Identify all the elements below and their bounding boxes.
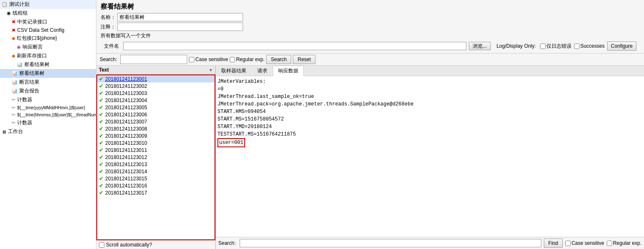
item-text: 201801241123007	[105, 119, 147, 125]
search-label: Search:	[100, 56, 117, 62]
bottom-case-sensitive-label[interactable]: Case sensitive	[565, 240, 604, 246]
page-title: 察看结果树	[101, 3, 640, 11]
search-button[interactable]: Search	[266, 55, 291, 64]
bottom-search-input[interactable]	[240, 239, 541, 247]
bottom-regular-exp-checkbox[interactable]	[607, 241, 612, 246]
tree-item-test-plan[interactable]: 📋 测试计划	[0, 0, 96, 9]
result-tree-panel: Text ▼ ✔201801241123001✔201801241123002✔…	[96, 66, 216, 249]
assert-icon: ◉	[17, 44, 21, 50]
result-item[interactable]: ✔201801241123015	[97, 175, 215, 182]
scroll-auto-checkbox[interactable]	[99, 242, 104, 248]
bottom-search-row: Search: Find Case sensitive Regular exp.	[216, 237, 644, 249]
workbench-icon: 🖥	[2, 129, 6, 134]
test-plan-icon: 📋	[2, 2, 8, 7]
tree-item-aggregate[interactable]: 📊 聚合报告	[0, 87, 96, 95]
tree-item-workbench[interactable]: 🖥 工作台	[0, 127, 96, 136]
divider-arrow[interactable]: ▼	[209, 68, 213, 72]
successes-checkbox[interactable]	[574, 44, 579, 49]
result-item[interactable]: ✔201801241123016	[97, 182, 215, 189]
result-item[interactable]: ✔201801241123002	[97, 82, 215, 90]
reset-button[interactable]: Reset	[293, 55, 315, 64]
check-icon: ✔	[99, 97, 103, 103]
tab-response-data[interactable]: 响应数据	[273, 66, 304, 76]
tree-item-time-var1[interactable]: ✏ ${__time(yyyyMMddHHmm,)}${user}	[0, 104, 96, 111]
result-item[interactable]: ✔201801241123009	[97, 132, 215, 139]
result-item[interactable]: ✔201801241123013	[97, 161, 215, 168]
db-icon: ◆	[12, 53, 15, 59]
tab-sampler-result[interactable]: 取样器结果	[216, 66, 252, 76]
tree-item-label: 刷新库存接口	[17, 52, 47, 59]
result-item[interactable]: ✔201801241123017	[97, 189, 215, 196]
result-item[interactable]: ✔201801241123004	[97, 97, 215, 104]
result-item[interactable]: ✔201801241123012	[97, 154, 215, 161]
tree-item-thread-group[interactable]: ◉ 线程组	[0, 9, 96, 18]
tree-item-red-envelope[interactable]: ◆ 红包接口${phone}	[0, 34, 96, 43]
item-text: 201801241123001	[105, 76, 147, 82]
tree-item-record-interface[interactable]: ✖ 中奖记录接口	[0, 18, 96, 26]
tree-item-label: 察看结果树	[24, 61, 49, 68]
tree-item-label: ${__time(yyyyMMddHHmm,)}${user}	[17, 105, 85, 110]
detail-line: START.MS=1516758054572	[217, 116, 642, 123]
check-icon: ✔	[99, 190, 103, 196]
detail-line: START.HMS=094054	[217, 108, 642, 116]
browse-button[interactable]: 浏览...	[469, 42, 491, 50]
left-tree-panel: 📋 测试计划 ◉ 线程组 ✖ 中奖记录接口 ✖ CSV Data Set Con…	[0, 0, 96, 249]
name-input[interactable]	[117, 13, 243, 21]
tree-item-db-interface[interactable]: ◆ 刷新库存接口	[0, 51, 96, 60]
result-item[interactable]: ✔201801241123001	[97, 75, 215, 82]
item-text: 201801241123010	[105, 140, 147, 146]
tree-item-label: 中奖记录接口	[17, 18, 47, 26]
configure-button[interactable]: Configure	[607, 41, 636, 51]
item-text: 201801241123012	[105, 154, 147, 160]
case-sensitive-checkbox[interactable]	[189, 57, 194, 62]
result-item[interactable]: ✔201801241123011	[97, 146, 215, 154]
search-bar-row: Search: Case sensitive Regular exp. Sear…	[96, 54, 644, 66]
tab-request[interactable]: 请求	[252, 66, 273, 76]
check-icon: ✔	[99, 168, 103, 175]
tree-item-result-tree2[interactable]: 📊 察看结果树	[0, 69, 96, 78]
tree-item-csv-data[interactable]: ✖ CSV Data Set Config	[0, 26, 96, 34]
result-item[interactable]: ✔201801241123007	[97, 118, 215, 125]
tree-item-result-tree1[interactable]: 📊 察看结果树	[0, 60, 96, 69]
detail-panel: 取样器结果 请求 响应数据 JMeterVariables:=0JMeterTh…	[216, 66, 644, 249]
file-name-input[interactable]	[123, 42, 466, 50]
regular-exp-checkbox[interactable]	[230, 57, 235, 62]
find-button[interactable]: Find	[544, 239, 563, 248]
result-item[interactable]: ✔201801241123008	[97, 125, 215, 132]
result-item[interactable]: ✔201801241123005	[97, 104, 215, 111]
result-item[interactable]: ✔201801241123014	[97, 168, 215, 175]
tree-item-response-assert[interactable]: ◉ 响应断言	[0, 43, 96, 51]
search-input[interactable]	[120, 55, 187, 64]
successes-checkbox-label[interactable]: Successes	[574, 43, 605, 49]
result-item[interactable]: ✔201801241123006	[97, 111, 215, 118]
assert-result-icon: 📊	[12, 80, 18, 85]
check-icon: ✔	[99, 147, 103, 153]
tabs-row: 取样器结果 请求 响应数据	[216, 66, 644, 76]
detail-line: =0	[217, 85, 642, 93]
result-item[interactable]: ✔201801241123003	[97, 90, 215, 97]
regular-exp-label[interactable]: Regular exp.	[230, 56, 264, 62]
item-text: 201801241123006	[105, 112, 147, 118]
check-icon: ✔	[99, 111, 103, 118]
error-only-checkbox[interactable]	[540, 44, 546, 49]
regular-exp-text: Regular exp.	[236, 56, 264, 62]
detail-line: user=001	[217, 138, 642, 147]
tree-item-counter2[interactable]: ✏ 计数器	[0, 118, 96, 127]
error-only-checkbox-label[interactable]: 仅日志错误	[540, 43, 572, 50]
result-item[interactable]: ✔201801241123010	[97, 139, 215, 146]
check-icon: ✔	[99, 90, 103, 96]
tree-item-label: 察看结果树	[19, 70, 44, 77]
bottom-case-sensitive-checkbox[interactable]	[565, 241, 571, 246]
comment-input[interactable]	[117, 23, 243, 31]
item-text: 201801241123011	[105, 147, 147, 153]
item-text: 201801241123002	[105, 83, 147, 89]
all-data-label: 所有数据写入一个文件	[101, 32, 151, 39]
tree-item-counter[interactable]: ✏ 计数器	[0, 95, 96, 104]
case-sensitive-text: Case sensitive	[195, 56, 228, 62]
case-sensitive-label[interactable]: Case sensitive	[189, 56, 228, 62]
csv-icon: ✖	[12, 28, 16, 33]
aggregate-icon: 📊	[12, 88, 18, 94]
tree-item-assert-result[interactable]: 📊 断言结果	[0, 78, 96, 87]
bottom-regular-exp-label[interactable]: Regular exp.	[607, 240, 641, 246]
tree-item-time-var2[interactable]: ✏ ${__time(hhmmss,)}${user}${__threadNum…	[0, 111, 96, 118]
